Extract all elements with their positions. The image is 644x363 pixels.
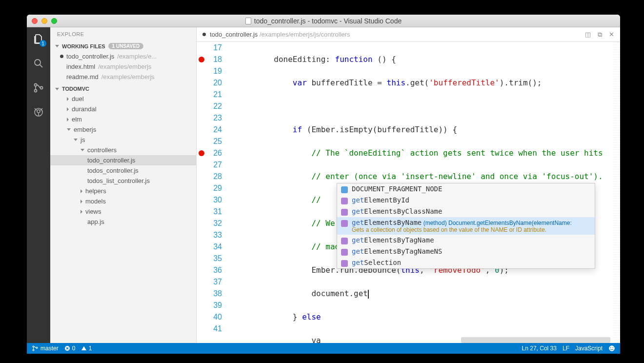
- chevron-down-icon: [74, 139, 78, 141]
- folder-item[interactable]: helpers: [50, 186, 196, 196]
- traffic-lights: [32, 18, 57, 24]
- window-title: todo_controller.js - todomvc - Visual St…: [27, 17, 620, 25]
- close-editor-icon[interactable]: ✕: [609, 31, 614, 39]
- folder-item[interactable]: emberjs: [50, 124, 196, 135]
- suggestion-item[interactable]: DOCUMENT_FRAGMENT_NODE: [337, 183, 595, 195]
- folder-item[interactable]: duel: [50, 94, 196, 104]
- suggestion-item[interactable]: getElementById: [337, 195, 595, 206]
- dirty-indicator-icon: [60, 55, 63, 58]
- working-file-item[interactable]: todo_controller.js /examples/e...: [50, 51, 196, 61]
- file-item[interactable]: todo_controller.js: [50, 155, 196, 165]
- chevron-right-icon: [80, 200, 82, 203]
- svg-point-3: [35, 90, 37, 92]
- working-file-item[interactable]: readme.md /examples/emberjs: [50, 72, 196, 82]
- minimap[interactable]: [613, 42, 620, 343]
- svg-point-12: [36, 347, 38, 348]
- svg-point-0: [35, 60, 40, 65]
- svg-line-1: [40, 65, 43, 68]
- method-icon: [341, 198, 348, 204]
- debug-activity-icon[interactable]: [32, 105, 45, 119]
- breakpoint-icon[interactable]: [199, 150, 204, 156]
- chevron-right-icon: [80, 189, 82, 193]
- file-icon: [245, 18, 251, 24]
- errors-status[interactable]: 0 1: [64, 345, 92, 352]
- chevron-down-icon: [55, 88, 59, 90]
- constant-icon: [341, 186, 348, 193]
- svg-point-6: [37, 110, 40, 113]
- chevron-right-icon: [67, 97, 69, 101]
- method-icon: [341, 220, 348, 227]
- maximize-window-button[interactable]: [51, 18, 57, 24]
- working-files-header[interactable]: WORKING FILES 1 UNSAVED: [50, 41, 196, 51]
- suggestion-item[interactable]: getElementsByName (method) Document.getE…: [337, 217, 595, 235]
- line-number-gutter[interactable]: 17 18 19 20 21 22 23 24 25 26 27 28 29 3…: [197, 42, 227, 343]
- svg-point-2: [35, 84, 37, 86]
- open-changes-icon[interactable]: ⧉: [598, 31, 602, 39]
- unsaved-pill: 1 UNSAVED: [108, 43, 144, 49]
- method-icon: [341, 209, 348, 216]
- editor-actions: ◫ ⧉ ✕: [585, 31, 614, 39]
- file-item[interactable]: app.js: [50, 217, 196, 227]
- status-bar: master 0 1 Ln 27, Col 33 LF JavaScript: [27, 343, 620, 354]
- working-file-item[interactable]: index.html /examples/emberjs: [50, 61, 196, 72]
- horizontal-scrollbar[interactable]: [461, 337, 610, 343]
- explorer-activity-icon[interactable]: 1: [32, 32, 45, 46]
- cursor-position-status[interactable]: Ln 27, Col 33: [522, 345, 557, 352]
- window-title-text: todo_controller.js - todomvc - Visual St…: [254, 17, 402, 25]
- tab-filename[interactable]: todo_controller.js: [210, 31, 258, 38]
- eol-status[interactable]: LF: [563, 345, 569, 352]
- suggestion-item[interactable]: getElementsByClassName: [337, 206, 595, 217]
- chevron-right-icon: [67, 107, 69, 111]
- method-icon: [341, 238, 348, 244]
- svg-point-18: [612, 347, 613, 348]
- svg-point-4: [40, 87, 43, 89]
- intellisense-widget[interactable]: DOCUMENT_FRAGMENT_NODEgetElementByIdgetE…: [337, 183, 595, 269]
- folder-item[interactable]: views: [50, 206, 196, 217]
- folder-item[interactable]: elm: [50, 114, 196, 124]
- method-icon: [341, 260, 348, 267]
- file-item[interactable]: todos_controller.js: [50, 165, 196, 176]
- editor-tab-bar: todo_controller.js /examples/emberjs/js/…: [197, 27, 620, 42]
- minimize-window-button[interactable]: [41, 18, 47, 24]
- suggestion-item[interactable]: getElementsByTagNameNS: [337, 246, 595, 257]
- suggestion-item[interactable]: getElementsByTagName: [337, 235, 595, 246]
- chevron-down-icon: [67, 128, 71, 131]
- svg-point-10: [33, 346, 34, 347]
- sidebar-title: EXPLORE: [50, 27, 196, 41]
- close-window-button[interactable]: [32, 18, 38, 24]
- split-editor-icon[interactable]: ◫: [585, 31, 591, 39]
- dirty-indicator-icon: [202, 33, 206, 36]
- project-header[interactable]: TODOMVC: [50, 84, 196, 94]
- chevron-right-icon: [67, 118, 69, 121]
- chevron-down-icon: [80, 149, 84, 151]
- chevron-down-icon: [55, 45, 59, 47]
- svg-point-16: [609, 345, 615, 351]
- titlebar[interactable]: todo_controller.js - todomvc - Visual St…: [27, 15, 620, 27]
- text-cursor: [368, 290, 369, 299]
- feedback-icon[interactable]: [608, 345, 615, 352]
- activity-bar: 1: [27, 27, 50, 343]
- git-activity-icon[interactable]: [32, 81, 45, 95]
- breakpoint-icon[interactable]: [199, 57, 204, 62]
- folder-item[interactable]: models: [50, 196, 196, 206]
- file-item[interactable]: todos_list_controller.js: [50, 176, 196, 186]
- tab-path: /examples/emberjs/js/controllers: [260, 31, 350, 38]
- explorer-badge: 1: [40, 40, 46, 47]
- search-activity-icon[interactable]: [32, 57, 45, 70]
- explorer-sidebar: EXPLORE WORKING FILES 1 UNSAVED todo_con…: [50, 27, 197, 343]
- svg-point-17: [610, 347, 611, 348]
- git-branch-status[interactable]: master: [32, 345, 59, 352]
- svg-point-11: [33, 349, 34, 351]
- folder-item[interactable]: js: [50, 135, 196, 145]
- folder-item[interactable]: durandal: [50, 104, 196, 114]
- method-icon: [341, 249, 348, 256]
- suggestion-item[interactable]: getSelection: [337, 257, 595, 268]
- language-mode-status[interactable]: JavaScript: [575, 345, 603, 352]
- current-line: document.get: [227, 288, 610, 300]
- folder-item[interactable]: controllers: [50, 145, 196, 155]
- chevron-right-icon: [80, 210, 82, 214]
